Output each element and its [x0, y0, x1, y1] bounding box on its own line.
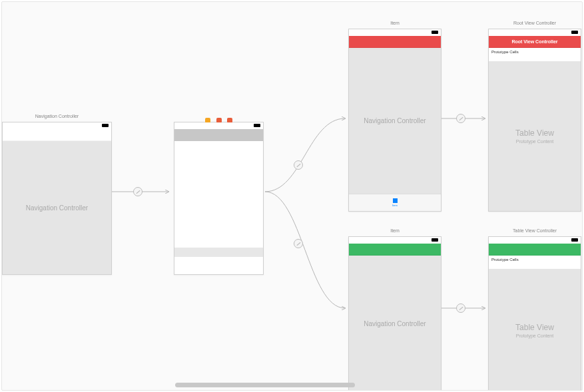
- prototype-cell-row[interactable]: Prototype Cells: [489, 256, 581, 269]
- scene-title: Item: [349, 228, 441, 233]
- nav-title: Root View Controller: [511, 39, 557, 44]
- content-area: [174, 141, 263, 257]
- nav-bar-green: [349, 244, 441, 256]
- table-view-body[interactable]: Table View Prototype Content: [489, 269, 581, 391]
- placeholder-label: Navigation Controller: [364, 117, 426, 124]
- prototype-cells-label: Prototype Cells: [491, 258, 519, 262]
- prototype-cells-label: Prototype Cells: [491, 50, 519, 54]
- battery-icon: [254, 124, 260, 127]
- status-bar: [349, 237, 441, 244]
- horizontal-scrollbar[interactable]: [175, 383, 355, 387]
- table-view-body[interactable]: Table View Prototype Content: [489, 61, 581, 211]
- battery-icon: [432, 31, 438, 34]
- top-bar-placeholder: [174, 129, 263, 141]
- tab-bar[interactable]: Item: [349, 194, 441, 211]
- segue-icon[interactable]: [294, 239, 303, 248]
- scene-tab-controller[interactable]: [174, 122, 264, 275]
- nav-bar: [3, 129, 111, 141]
- nav-content-placeholder: Navigation Controller: [349, 256, 441, 391]
- battery-icon: [102, 124, 109, 127]
- scene-title: Item: [349, 21, 441, 25]
- scene-nav-controller-1[interactable]: Navigation Controller Navigation Control…: [2, 122, 112, 275]
- scene-table-view-green[interactable]: Table View Controller Prototype Cells Ta…: [488, 236, 581, 391]
- nav-bar-green: [489, 244, 581, 256]
- nav-content-placeholder: Navigation Controller: [3, 141, 111, 274]
- prototype-cell-row[interactable]: Prototype Cells: [489, 48, 581, 61]
- placeholder-label: Navigation Controller: [26, 204, 88, 212]
- battery-icon: [571, 238, 578, 242]
- scene-nav-controller-green[interactable]: Item Navigation Controller: [348, 236, 441, 391]
- scene-title: Root View Controller: [489, 21, 581, 25]
- nav-bar-red: Root View Controller: [489, 36, 581, 48]
- battery-icon: [432, 238, 438, 242]
- nav-bar-red: [349, 36, 441, 48]
- status-bar: [489, 237, 581, 244]
- status-bar: [3, 122, 111, 129]
- bottom-strip: [174, 248, 263, 257]
- table-view-subtitle: Prototype Content: [516, 333, 553, 338]
- placeholder-label: Navigation Controller: [364, 320, 426, 327]
- tab-item-icon[interactable]: [393, 198, 398, 203]
- status-bar: [349, 29, 441, 36]
- segue-icon[interactable]: [456, 303, 465, 313]
- scene-root-view-red[interactable]: Root View Controller Root View Controlle…: [488, 29, 581, 212]
- status-bar: [174, 122, 263, 129]
- scene-title: Navigation Controller: [3, 114, 111, 118]
- battery-icon: [571, 31, 578, 34]
- scene-title: Table View Controller: [489, 228, 581, 233]
- table-view-title: Table View: [515, 323, 554, 332]
- segue-icon[interactable]: [133, 187, 143, 196]
- storyboard-canvas[interactable]: Navigation Controller Navigation Control…: [1, 1, 583, 391]
- table-view-title: Table View: [515, 128, 554, 138]
- table-view-subtitle: Prototype Content: [516, 139, 553, 144]
- nav-content-placeholder: Navigation Controller: [349, 48, 441, 194]
- status-bar: [489, 29, 581, 36]
- scene-nav-controller-red[interactable]: Item Navigation Controller Item: [348, 29, 441, 212]
- segue-icon[interactable]: [294, 160, 303, 170]
- tab-item-label[interactable]: Item: [392, 204, 398, 207]
- segue-icon[interactable]: [456, 114, 465, 123]
